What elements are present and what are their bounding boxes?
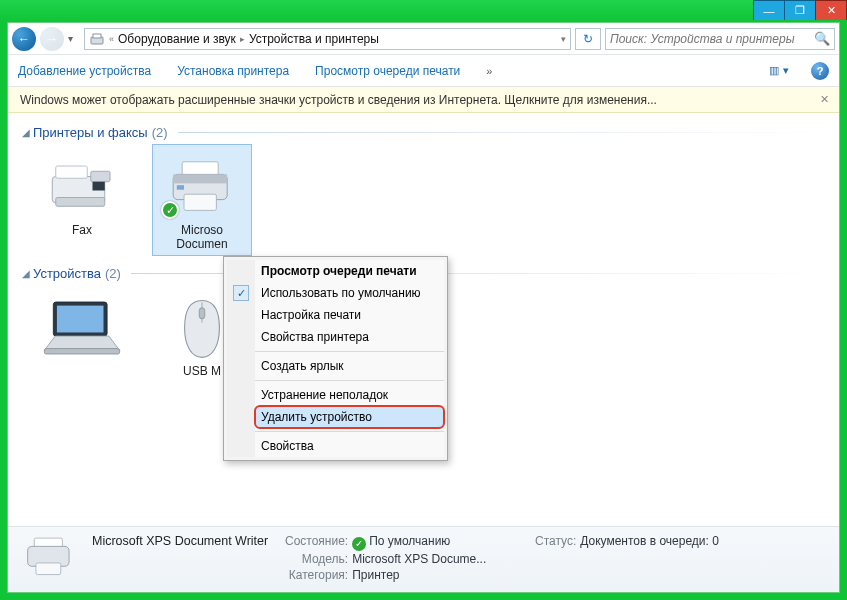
maximize-button[interactable]: ❐ xyxy=(784,0,816,20)
svg-rect-20 xyxy=(36,563,61,575)
device-xps-label-line2: Documen xyxy=(155,237,249,251)
group-printers-title: Принтеры и факсы xyxy=(33,125,148,140)
svg-rect-1 xyxy=(93,34,101,38)
svg-rect-17 xyxy=(199,308,205,319)
default-check-icon: ✓ xyxy=(161,201,179,219)
info-bar[interactable]: Windows может отображать расширенные зна… xyxy=(8,87,839,113)
chevron-right-icon[interactable]: ▸ xyxy=(240,34,245,44)
minimize-button[interactable]: — xyxy=(753,0,785,20)
details-category-key: Категория: xyxy=(280,567,348,583)
menu-printer-properties[interactable]: Свойства принтера xyxy=(255,326,444,348)
devices-icon xyxy=(89,31,105,47)
menu-remove-device[interactable]: Удалить устройство xyxy=(255,406,444,428)
window-client: ← → ▾ « Оборудование и звук ▸ Устройства… xyxy=(7,22,840,593)
menu-troubleshoot[interactable]: Устранение неполадок xyxy=(255,384,444,406)
help-icon[interactable]: ? xyxy=(811,62,829,80)
svg-rect-11 xyxy=(177,185,184,190)
forward-button[interactable]: → xyxy=(40,27,64,51)
details-status-val: Документов в очереди: 0 xyxy=(580,534,719,548)
group-printers-header[interactable]: ◢ Принтеры и факсы (2) xyxy=(22,125,825,140)
search-input[interactable] xyxy=(610,32,814,46)
details-state-key: Состояние: xyxy=(280,533,348,549)
group-devices-count: (2) xyxy=(105,266,121,281)
menu-separator xyxy=(255,380,444,381)
svg-rect-5 xyxy=(56,198,105,207)
menu-print-preferences[interactable]: Настройка печати xyxy=(255,304,444,326)
info-bar-text: Windows может отображать расширенные зна… xyxy=(20,93,657,107)
refresh-button[interactable]: ↻ xyxy=(575,28,601,50)
menu-view-queue[interactable]: Просмотр очереди печати xyxy=(255,260,444,282)
menu-create-shortcut[interactable]: Создать ярлык xyxy=(255,355,444,377)
svg-rect-3 xyxy=(56,166,88,178)
menu-separator xyxy=(255,431,444,432)
svg-rect-6 xyxy=(93,182,105,191)
device-xps-writer[interactable]: ✓ Microso Documen xyxy=(152,144,252,256)
device-xps-label-line1: Microso xyxy=(155,223,249,237)
breadcrumb-hardware[interactable]: Оборудование и звук xyxy=(118,32,236,46)
menu-separator xyxy=(255,351,444,352)
device-laptop[interactable] xyxy=(32,285,132,383)
add-printer-link[interactable]: Установка принтера xyxy=(177,64,289,78)
details-model-key: Модель: xyxy=(280,551,348,567)
menu-properties[interactable]: Свойства xyxy=(255,435,444,457)
svg-rect-4 xyxy=(91,171,110,182)
group-devices-title: Устройства xyxy=(33,266,101,281)
fax-icon xyxy=(35,151,129,223)
details-status-key: Статус: xyxy=(508,533,576,549)
back-button[interactable]: ← xyxy=(12,27,36,51)
ok-icon: ✓ xyxy=(352,537,366,551)
menu-set-default-label: Использовать по умолчанию xyxy=(261,286,421,300)
collapse-icon[interactable]: ◢ xyxy=(22,268,30,279)
search-box[interactable]: 🔍 xyxy=(605,28,835,50)
view-queue-link[interactable]: Просмотр очереди печати xyxy=(315,64,460,78)
device-fax-label: Fax xyxy=(35,223,129,237)
search-icon[interactable]: 🔍 xyxy=(814,31,830,46)
address-dropdown[interactable]: ▾ xyxy=(561,34,566,44)
address-bar[interactable]: « Оборудование и звук ▸ Устройства и при… xyxy=(84,28,571,50)
view-options-button[interactable]: ▥ ▾ xyxy=(765,61,793,81)
group-divider xyxy=(178,132,825,133)
details-thumbnail xyxy=(20,533,80,583)
breadcrumb-sep: « xyxy=(109,34,114,44)
breadcrumb-devices[interactable]: Устройства и принтеры xyxy=(249,32,379,46)
svg-rect-15 xyxy=(44,349,119,354)
history-dropdown[interactable]: ▾ xyxy=(68,33,80,44)
toolbar-overflow[interactable]: » xyxy=(486,65,492,77)
device-fax[interactable]: Fax xyxy=(32,144,132,256)
details-name: Microsoft XPS Document Writer xyxy=(92,533,268,549)
add-device-link[interactable]: Добавление устройства xyxy=(18,64,151,78)
details-state-val: По умолчанию xyxy=(369,534,450,548)
collapse-icon[interactable]: ◢ xyxy=(22,127,30,138)
title-bar: — ❐ ✕ xyxy=(0,0,847,22)
svg-rect-10 xyxy=(184,194,216,210)
context-menu: Просмотр очереди печати ✓ Использовать п… xyxy=(223,256,448,461)
svg-rect-9 xyxy=(173,174,227,183)
printer-icon: ✓ xyxy=(155,151,249,223)
details-model-val: Microsoft XPS Docume... xyxy=(352,552,486,566)
details-category-val: Принтер xyxy=(352,568,399,582)
info-bar-close[interactable]: ✕ xyxy=(820,93,829,106)
nav-row: ← → ▾ « Оборудование и звук ▸ Устройства… xyxy=(8,23,839,55)
group-printers-count: (2) xyxy=(152,125,168,140)
menu-set-default[interactable]: ✓ Использовать по умолчанию xyxy=(255,282,444,304)
check-icon: ✓ xyxy=(233,285,249,301)
details-pane: Microsoft XPS Document Writer Состояние:… xyxy=(8,526,839,592)
command-bar: Добавление устройства Установка принтера… xyxy=(8,55,839,87)
laptop-icon xyxy=(35,292,129,364)
svg-rect-13 xyxy=(57,306,104,333)
close-button[interactable]: ✕ xyxy=(815,0,847,20)
